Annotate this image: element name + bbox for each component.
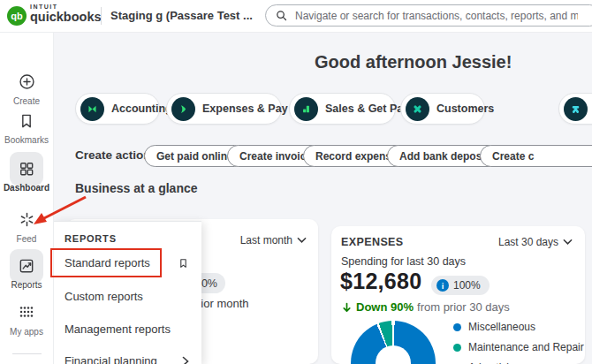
line-chart-icon bbox=[18, 257, 35, 278]
cross-petals-icon bbox=[406, 97, 429, 121]
expenses-legend: Miscellaneous Maintenance and Repair Adv… bbox=[453, 321, 584, 364]
sidebar-divider bbox=[12, 353, 42, 354]
bookmark-icon[interactable] bbox=[178, 257, 189, 269]
chevron-down-icon bbox=[297, 237, 307, 244]
left-sidebar: Create Bookmarks Dashboard bbox=[0, 32, 54, 364]
pnl-text-fragment: rior month bbox=[197, 297, 249, 310]
trend-suffix: from prior 30 days bbox=[417, 300, 510, 314]
apps-dots-icon bbox=[17, 302, 36, 325]
shortcut-pill-expenses[interactable]: Expenses & Pay Bills bbox=[166, 93, 282, 125]
sidebar-item-dashboard[interactable]: Dashboard bbox=[0, 152, 53, 193]
reports-flyout-menu: REPORTS Standard reports Custom reports … bbox=[53, 221, 201, 364]
sidebar-item-label: My apps bbox=[0, 327, 53, 337]
menu-item-financial-planning[interactable]: Financial planning bbox=[53, 349, 201, 364]
bowtie-icon bbox=[80, 97, 104, 121]
badge-percent: 100% bbox=[453, 279, 481, 292]
shortcut-label: Customers bbox=[436, 102, 494, 115]
sidebar-item-my-apps[interactable]: My apps bbox=[0, 302, 53, 337]
sidebar-item-label: Bookmarks bbox=[0, 135, 53, 145]
menu-item-label: Custom reports bbox=[65, 290, 143, 303]
chevron-right-icon bbox=[182, 356, 189, 364]
info-icon bbox=[436, 279, 449, 292]
action-create-partial[interactable]: Create c bbox=[480, 145, 592, 167]
quickbooks-logo-icon[interactable]: qb bbox=[7, 6, 27, 26]
menu-item-custom-reports[interactable]: Custom reports bbox=[53, 284, 201, 308]
dashboard-grid-icon bbox=[18, 160, 35, 181]
sidebar-item-label: Dashboard bbox=[0, 183, 53, 193]
sidebar-item-create[interactable]: Create bbox=[0, 72, 53, 106]
menu-item-label: Management reports bbox=[65, 322, 171, 336]
sidebar-item-label: Reports bbox=[0, 280, 53, 290]
expenses-amount: $12,680 bbox=[340, 269, 421, 294]
trend-text: Down 90% bbox=[356, 300, 414, 314]
shortcut-pill-customers[interactable]: Customers bbox=[400, 93, 485, 125]
shortcut-pill-accounting[interactable]: Accounting bbox=[75, 93, 160, 125]
quickbooks-dashboard: qb INTUIT quickbooks Staging g (Passare … bbox=[0, 0, 592, 364]
sidebar-item-feed[interactable]: Feed bbox=[0, 210, 53, 244]
section-title: Business at a glance bbox=[75, 181, 198, 195]
shortcut-pill-partial[interactable] bbox=[558, 93, 592, 125]
sidebar-item-label: Feed bbox=[0, 234, 53, 244]
expenses-percent-badge[interactable]: 100% bbox=[431, 276, 490, 295]
expenses-period-dropdown[interactable]: Last 30 days bbox=[498, 236, 573, 248]
legend-dot-teal bbox=[453, 344, 461, 352]
pnl-period-dropdown[interactable]: Last month bbox=[240, 234, 307, 246]
plus-circle-icon bbox=[18, 72, 36, 95]
arrow-down-icon bbox=[341, 301, 353, 314]
menu-item-management-reports[interactable]: Management reports bbox=[53, 317, 201, 341]
period-label: Last month bbox=[240, 234, 292, 246]
search-input[interactable] bbox=[293, 9, 580, 23]
sidebar-item-label: Create bbox=[0, 96, 53, 106]
menu-item-label: Financial planning bbox=[65, 354, 157, 364]
company-name[interactable]: Staging g (Passare Test ... bbox=[110, 9, 253, 22]
legend-item: Maintenance and Repair bbox=[453, 341, 584, 353]
arrow-crescent-icon bbox=[171, 97, 195, 121]
page-greeting: Good afternoon Jessie! bbox=[315, 52, 512, 72]
search-icon bbox=[275, 9, 288, 22]
sidebar-item-bookmarks[interactable]: Bookmarks bbox=[0, 112, 53, 145]
spark-icon bbox=[18, 210, 36, 232]
annotation-highlight-box bbox=[50, 248, 162, 277]
legend-dot-blue bbox=[453, 323, 461, 331]
shortcut-pill-sales[interactable]: Sales & Get Paid bbox=[289, 93, 396, 125]
brand-wordmark[interactable]: INTUIT quickbooks bbox=[30, 4, 102, 24]
shortcut-label: Accounting bbox=[111, 102, 172, 115]
branch-icon bbox=[564, 97, 588, 121]
donut-hole bbox=[376, 345, 411, 364]
sidebar-item-reports[interactable]: Reports bbox=[0, 249, 53, 290]
top-bar: qb INTUIT quickbooks Staging g (Passare … bbox=[0, 0, 592, 33]
quickbooks-text: quickbooks bbox=[30, 11, 102, 24]
expenses-donut-chart bbox=[351, 321, 436, 364]
expenses-card-title: EXPENSES bbox=[341, 236, 404, 248]
chevron-down-icon bbox=[563, 239, 573, 246]
topbar-divider bbox=[101, 7, 102, 25]
legend-item: Miscellaneous bbox=[453, 321, 584, 333]
bookmark-icon bbox=[18, 112, 35, 133]
stairs-icon bbox=[294, 97, 318, 121]
legend-label: Miscellaneous bbox=[468, 321, 535, 333]
intuit-text: INTUIT bbox=[30, 4, 102, 10]
expenses-card: EXPENSES Last 30 days Spending for last … bbox=[331, 226, 585, 364]
reports-menu-title: REPORTS bbox=[65, 233, 117, 244]
legend-label: Maintenance and Repair bbox=[468, 341, 584, 353]
period-label: Last 30 days bbox=[498, 236, 558, 248]
expenses-trend: Down 90% from prior 30 days bbox=[341, 300, 510, 314]
global-search[interactable] bbox=[265, 4, 592, 27]
expenses-subtitle: Spending for last 30 days bbox=[341, 255, 466, 268]
